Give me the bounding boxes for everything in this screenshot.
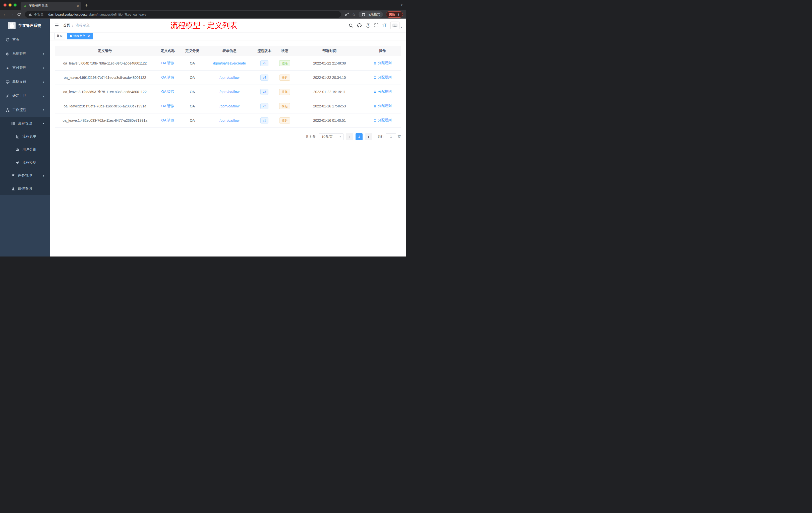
font-size-icon[interactable]: [382, 23, 386, 28]
app: 芋道管理系统 首页 系统管理 支付管理: [0, 19, 406, 256]
sidebar-item-label: 工作流程: [12, 108, 26, 112]
tab-search-icon[interactable]: [401, 3, 403, 7]
prev-page-button[interactable]: [346, 133, 353, 140]
status-badge: 挂起: [279, 89, 290, 95]
goto-label: 前往: [378, 134, 384, 139]
browser-menu-icon[interactable]: [397, 12, 401, 16]
browser-tab[interactable]: 芋道管理系统: [21, 2, 81, 10]
definition-id: oa_leave:3:1fad3d93-7b75-11ec-a3c8-acde4…: [55, 85, 155, 99]
column-header-status: 状态: [274, 46, 295, 56]
sidebar-item-user-group[interactable]: 用户分组: [0, 143, 50, 156]
chevron-up-icon: [43, 109, 44, 112]
breadcrumb-home-link[interactable]: 首页: [63, 23, 70, 28]
sidebar-item-task-management[interactable]: 任务管理: [0, 169, 50, 182]
security-label[interactable]: 不安全: [34, 12, 44, 17]
sidebar-item-payment[interactable]: 支付管理: [0, 61, 50, 75]
yen-icon: [5, 66, 9, 70]
help-icon[interactable]: [366, 23, 370, 28]
definition-category: OA: [180, 99, 204, 113]
table-row: oa_leave:5:004b710b-7b8a-11ec-8ef0-acde4…: [55, 56, 401, 70]
window-minimize-button[interactable]: [8, 3, 11, 6]
paper-plane-icon: [16, 161, 20, 164]
deploy-time: 2022-01-22 20:34:10: [295, 70, 364, 85]
logo-avatar: [8, 22, 16, 29]
sidebar-item-leave-query[interactable]: 请假查询: [0, 182, 50, 195]
sidebar-item-process-form[interactable]: 流程表单: [0, 130, 50, 143]
page-size-select[interactable]: 10条/页: [319, 133, 344, 140]
top-navbar: 首页 流程定义 流程模型 - 定义列表: [50, 19, 406, 32]
definition-name-link[interactable]: OA 请假: [161, 90, 174, 94]
page-1-button[interactable]: 1: [355, 133, 362, 140]
sidebar-item-label: 系统管理: [12, 52, 26, 56]
column-header-form: 表单信息: [204, 46, 255, 56]
sidebar-item-process-management[interactable]: 流程管理: [0, 117, 50, 130]
sidebar-item-process-model[interactable]: 流程模型: [0, 156, 50, 169]
form-link[interactable]: /bpm/oa/leave/create: [213, 61, 246, 65]
tag-home[interactable]: 首页: [54, 33, 65, 39]
close-tag-icon[interactable]: [87, 34, 91, 38]
assign-rule-link[interactable]: 分配规则: [373, 104, 392, 108]
new-tab-button[interactable]: [85, 2, 88, 8]
definition-name-link[interactable]: OA 请假: [161, 75, 174, 79]
definition-name-link[interactable]: OA 请假: [161, 118, 174, 122]
favicon-icon: [23, 4, 27, 8]
status-badge: 挂起: [279, 74, 290, 81]
reload-button[interactable]: [17, 12, 21, 16]
sidebar-item-home[interactable]: 首页: [0, 33, 50, 47]
column-header-name: 定义名称: [155, 46, 180, 56]
sidebar-item-infrastructure[interactable]: 基础设施: [0, 75, 50, 89]
red-annotation-text: 流程模型 - 定义列表: [171, 20, 237, 31]
sidebar-item-system[interactable]: 系统管理: [0, 47, 50, 61]
chevron-down-icon: [340, 135, 341, 138]
sidebar-toggle-icon[interactable]: [54, 24, 58, 27]
form-link[interactable]: /bpm/oa/flow: [220, 104, 239, 108]
window-zoom-button[interactable]: [13, 3, 17, 6]
tags-view: 首页 流程定义: [50, 32, 406, 40]
window-controls: [3, 3, 17, 6]
key-icon[interactable]: [345, 12, 349, 16]
version-tag: v3: [260, 89, 269, 95]
search-icon[interactable]: [349, 23, 353, 28]
assign-rule-link[interactable]: 分配规则: [373, 61, 392, 65]
table-row: oa_leave:4:991f2193-7b7f-11ec-a3c8-acde4…: [55, 70, 401, 85]
avatar[interactable]: [390, 22, 400, 29]
window-close-button[interactable]: [3, 3, 6, 6]
form-link[interactable]: /bpm/oa/flow: [220, 90, 239, 94]
page-content: 定义编号 定义名称 定义分类 表单信息 流程版本 状态 部署时间 操作 oa_l: [50, 40, 406, 256]
form-link[interactable]: /bpm/oa/flow: [220, 76, 239, 80]
chevron-down-icon: [43, 95, 44, 97]
definition-name-link[interactable]: OA 请假: [161, 61, 174, 65]
goto-page-input[interactable]: [386, 133, 396, 140]
update-button[interactable]: 更新: [386, 11, 403, 18]
screen: 芋道管理系统 不安全 dashboard.yudao.iocoder.cn/bp…: [0, 0, 406, 256]
status-badge: 挂起: [279, 117, 290, 123]
fullscreen-icon[interactable]: [374, 23, 378, 27]
sidebar-item-devtools[interactable]: 研发工具: [0, 89, 50, 103]
users-icon: [16, 148, 20, 152]
chevron-down-icon[interactable]: [401, 26, 402, 29]
next-page-button[interactable]: [365, 133, 372, 140]
tag-process-definition[interactable]: 流程定义: [67, 33, 93, 39]
assign-rule-link[interactable]: 分配规则: [373, 75, 392, 80]
sidebar-item-workflow[interactable]: 工作流程: [0, 103, 50, 117]
list-icon: [11, 122, 15, 125]
forward-button[interactable]: [10, 12, 14, 16]
bookmark-star-icon[interactable]: [352, 12, 355, 17]
status-badge: 挂起: [279, 103, 290, 109]
close-tab-icon[interactable]: [77, 4, 79, 8]
table-row: oa_leave:2:3c1f0ef1-76b1-11ec-9c66-a2380…: [55, 99, 401, 113]
assign-rule-link[interactable]: 分配规则: [373, 118, 392, 122]
address-bar[interactable]: 不安全 dashboard.yudao.iocoder.cn/bpm/manag…: [25, 11, 341, 18]
github-icon[interactable]: [357, 23, 362, 28]
assign-rule-link[interactable]: 分配规则: [373, 89, 392, 94]
back-button[interactable]: [3, 12, 7, 16]
sidebar: 芋道管理系统 首页 系统管理 支付管理: [0, 19, 50, 256]
sidebar-item-label: 首页: [12, 37, 19, 42]
workflow-icon: [5, 108, 9, 112]
user-menu[interactable]: [390, 22, 402, 29]
sidebar-item-label: 支付管理: [12, 65, 26, 70]
definition-name-link[interactable]: OA 请假: [161, 104, 174, 108]
definition-category: OA: [180, 113, 204, 127]
form-link[interactable]: /bpm/oa/flow: [220, 118, 239, 122]
definition-id: oa_leave:2:3c1f0ef1-76b1-11ec-9c66-a2380…: [55, 99, 155, 113]
